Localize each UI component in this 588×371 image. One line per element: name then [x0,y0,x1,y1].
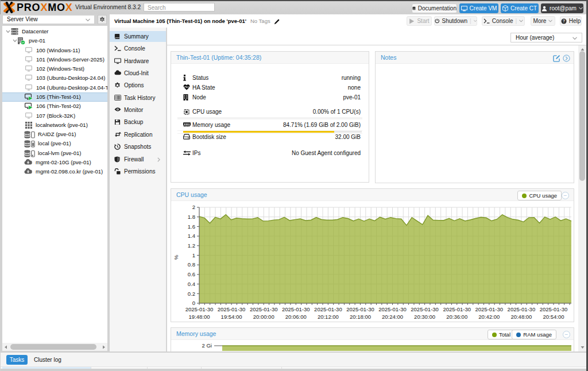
svg-text:2025-01-30: 2025-01-30 [540,306,568,312]
svg-text:2: 2 [192,204,195,210]
svg-text:20:18:00: 20:18:00 [350,314,371,320]
svg-text:20:06:00: 20:06:00 [285,314,307,320]
svg-text:%: % [173,254,179,260]
svg-text:2025-01-30: 2025-01-30 [218,306,246,312]
svg-text:0: 0 [192,300,195,306]
svg-text:0.6: 0.6 [188,271,195,277]
svg-text:2025-01-30: 2025-01-30 [411,306,439,312]
svg-text:20:36:00: 20:36:00 [446,314,467,320]
svg-text:2025-01-30: 2025-01-30 [346,306,374,312]
svg-text:0.2: 0.2 [188,291,195,297]
svg-text:0.8: 0.8 [188,261,195,268]
svg-text:20:30:00: 20:30:00 [414,314,435,320]
svg-text:2025-01-30: 2025-01-30 [282,306,310,312]
svg-text:2025-01-30: 2025-01-30 [378,306,407,312]
svg-text:1: 1 [192,252,195,258]
svg-text:20:24:00: 20:24:00 [382,314,403,320]
svg-text:2025-01-30: 2025-01-30 [185,306,214,312]
svg-text:20:42:00: 20:42:00 [478,314,500,320]
svg-text:20:48:00: 20:48:00 [510,314,532,320]
svg-text:19:54:00: 19:54:00 [221,314,242,320]
svg-text:?: ? [563,19,565,23]
svg-text:2025-01-30: 2025-01-30 [508,306,536,312]
svg-text:2 Gi: 2 Gi [202,342,212,349]
svg-text:2025-01-30: 2025-01-30 [314,306,342,312]
svg-text:20:54:00: 20:54:00 [543,314,564,320]
svg-text:1.6: 1.6 [188,223,195,230]
svg-text:0.4: 0.4 [188,281,195,287]
svg-text:20:12:00: 20:12:00 [318,314,339,320]
svg-text:20:00:00: 20:00:00 [253,314,274,320]
svg-text:2025-01-30: 2025-01-30 [250,306,278,312]
svg-text:1.4: 1.4 [188,233,195,239]
svg-text:1.8: 1.8 [188,214,195,220]
svg-text:2025-01-30: 2025-01-30 [475,306,503,312]
svg-text:19:48:00: 19:48:00 [189,314,210,320]
svg-text:2025-01-30: 2025-01-30 [443,306,471,312]
svg-text:1.2: 1.2 [188,242,195,249]
